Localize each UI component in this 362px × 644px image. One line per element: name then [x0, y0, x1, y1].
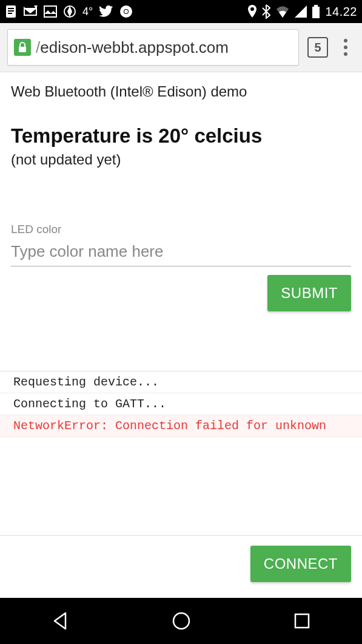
connect-button[interactable]: CONNECT [250, 546, 351, 582]
svg-rect-11 [19, 47, 26, 52]
log-line: Connecting to GATT... [0, 393, 362, 415]
svg-rect-4 [44, 6, 56, 17]
signal-icon [295, 5, 307, 18]
bottom-action-bar: CONNECT [0, 535, 362, 592]
lock-icon [14, 39, 31, 56]
temp-indicator: 4° [82, 5, 93, 18]
form-section: LED color SUBMIT [11, 223, 351, 311]
location-icon [247, 5, 257, 18]
log-line-error: NetworkError: Connection failed for unkn… [0, 415, 362, 437]
svg-point-12 [173, 613, 189, 629]
svg-point-8 [124, 10, 128, 13]
submit-button[interactable]: SUBMIT [267, 275, 351, 311]
status-bar: 4° 14.22 [0, 0, 362, 23]
chrome-icon [119, 5, 133, 18]
field-label: LED color [11, 223, 351, 236]
svg-rect-9 [314, 5, 318, 7]
color-input[interactable] [11, 240, 351, 266]
page-title: Temperature is 20° celcius [11, 124, 351, 147]
photo-icon [44, 5, 57, 18]
compass-icon [63, 5, 76, 18]
log-line: Requesting device... [0, 371, 362, 393]
wifi-icon [275, 5, 290, 18]
log-section: Requesting device...Connecting to GATT..… [0, 371, 362, 437]
nav-home-button[interactable] [169, 609, 193, 633]
mail-icon [23, 5, 38, 18]
nav-bar [0, 598, 362, 644]
url-bar[interactable]: /edison-webbt.appspot.com [7, 29, 299, 66]
svg-rect-13 [295, 614, 309, 628]
nav-back-button[interactable] [49, 609, 73, 633]
svg-rect-2 [8, 10, 14, 12]
nav-recent-button[interactable] [290, 609, 314, 633]
svg-rect-10 [312, 7, 320, 18]
tabs-button[interactable]: 5 [307, 37, 328, 58]
svg-rect-3 [8, 13, 12, 14]
battery-icon [312, 5, 320, 18]
svg-rect-1 [8, 8, 14, 9]
page-content: Web Bluetooth (Intel® Edison) demo Tempe… [0, 72, 362, 322]
url-text: /edison-webbt.appspot.com [36, 38, 229, 57]
page-subtitle: Web Bluetooth (Intel® Edison) demo [11, 83, 351, 100]
clock: 14.22 [325, 5, 357, 19]
twitter-icon [99, 5, 113, 18]
browser-chrome: /edison-webbt.appspot.com 5 [0, 23, 362, 72]
page-note: (not updated yet) [11, 151, 351, 168]
document-icon [5, 5, 17, 18]
menu-button[interactable] [337, 39, 355, 56]
bluetooth-icon [262, 4, 270, 19]
